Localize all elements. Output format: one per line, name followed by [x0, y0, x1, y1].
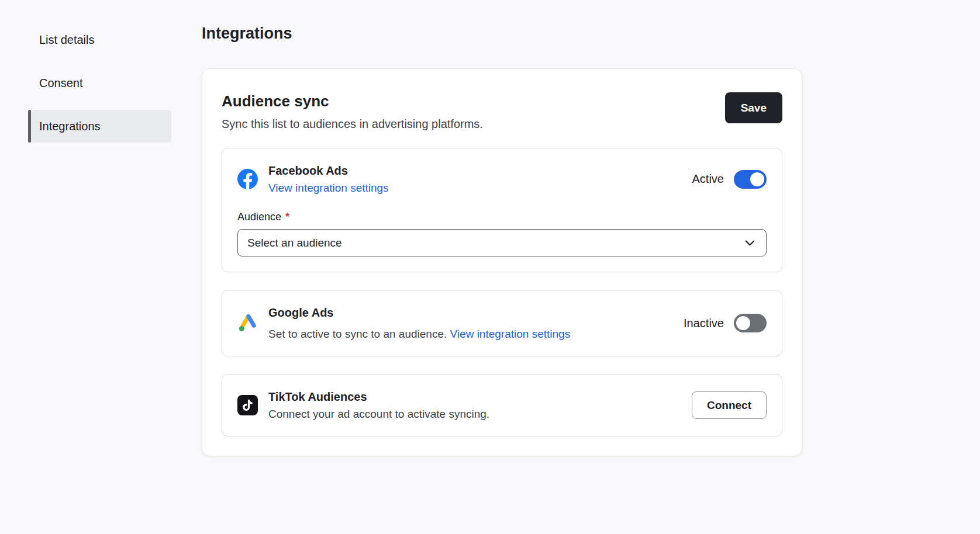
sidebar-item-consent[interactable]: Consent [28, 67, 171, 99]
toggle-knob [750, 172, 764, 186]
facebook-integration-card: Facebook Ads View integration settings A… [222, 148, 782, 272]
sidebar: List details Consent Integrations [28, 23, 171, 153]
google-ads-icon [237, 313, 258, 334]
tiktok-text-block: TikTok Audiences Connect your ad account… [268, 390, 489, 421]
audience-select-value: Select an audience [247, 237, 342, 249]
tiktok-icon [237, 395, 258, 415]
facebook-integration-name: Facebook Ads [268, 164, 389, 178]
google-status-label: Inactive [684, 317, 724, 330]
main-content: Integrations Audience sync Sync this lis… [202, 23, 802, 456]
tiktok-integration-card: TikTok Audiences Connect your ad account… [222, 374, 782, 436]
tiktok-connect-button[interactable]: Connect [692, 391, 767, 419]
facebook-text-block: Facebook Ads View integration settings [268, 164, 389, 195]
audience-select[interactable]: Select an audience [237, 229, 767, 256]
toggle-knob [736, 316, 750, 330]
card-title: Audience sync [222, 92, 483, 110]
sidebar-item-integrations[interactable]: Integrations [28, 110, 171, 143]
facebook-icon [237, 169, 258, 189]
tiktok-integration-name: TikTok Audiences [268, 390, 489, 404]
audience-sync-card: Audience sync Sync this list to audience… [202, 68, 802, 456]
facebook-active-toggle[interactable] [734, 170, 767, 189]
audience-field-label: Audience * [237, 211, 767, 223]
tiktok-description: Connect your ad account to activate sync… [268, 408, 489, 421]
audience-field: Audience * Select an audience [237, 211, 767, 256]
facebook-view-settings-link[interactable]: View integration settings [268, 182, 389, 195]
card-header: Audience sync Sync this list to audience… [222, 92, 782, 131]
chevron-down-icon [743, 236, 757, 249]
google-active-toggle[interactable] [734, 314, 767, 332]
save-button[interactable]: Save [725, 92, 782, 123]
card-subtitle: Sync this list to audiences in advertisi… [222, 117, 483, 131]
google-description: Set to active to sync to an audience. Vi… [268, 324, 570, 341]
facebook-status-label: Active [692, 172, 724, 186]
google-integration-name: Google Ads [268, 306, 570, 320]
sidebar-item-list-details[interactable]: List details [28, 23, 171, 56]
audience-label-text: Audience [237, 211, 281, 223]
google-integration-card: Google Ads Set to active to sync to an a… [222, 290, 782, 356]
required-asterisk: * [285, 211, 289, 223]
google-description-text: Set to active to sync to an audience. [268, 328, 447, 340]
google-view-settings-link[interactable]: View integration settings [450, 328, 571, 341]
page-title: Integrations [202, 23, 802, 43]
card-header-text: Audience sync Sync this list to audience… [222, 92, 483, 131]
google-text-block: Google Ads Set to active to sync to an a… [268, 306, 570, 341]
